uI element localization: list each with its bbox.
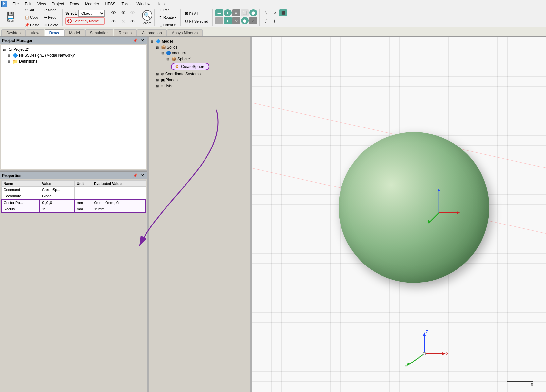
toolbar-filter-section: 👁 👁 👁 👁 ✕ 👁 bbox=[107, 9, 139, 26]
copy-button[interactable]: 📋 Copy bbox=[23, 14, 41, 21]
project-tree: ⊟ 🗂 Project2* ⊟ 🔷 HFSSDesign1 (Modal Net… bbox=[1, 45, 146, 169]
line4-button[interactable]: ∫ bbox=[262, 17, 270, 24]
planes-item[interactable]: ⊞ ▣ Planes bbox=[155, 77, 249, 83]
copy-icon: 📋 bbox=[25, 15, 29, 20]
line6-button[interactable]: ↑ bbox=[279, 17, 287, 24]
pin-icon[interactable]: 📌 bbox=[132, 38, 139, 43]
menu-project[interactable]: Project bbox=[49, 1, 67, 7]
shape2-button[interactable]: ● bbox=[224, 9, 232, 16]
close-properties-icon[interactable]: ✕ bbox=[140, 173, 145, 178]
shape3-button[interactable]: ≡ bbox=[232, 9, 240, 16]
shape7-button[interactable]: ● bbox=[224, 17, 232, 24]
menu-help[interactable]: Help bbox=[154, 1, 167, 7]
tab-model[interactable]: Model bbox=[64, 29, 85, 36]
paste-button[interactable]: 📌 Paste bbox=[23, 21, 41, 29]
lists-item[interactable]: ⊞ ≡ Lists bbox=[155, 83, 249, 89]
zoom-button[interactable]: 🔍 bbox=[142, 10, 152, 21]
menu-tools[interactable]: Tools bbox=[119, 1, 133, 7]
solids-item[interactable]: ⊟ 📦 Solids bbox=[155, 44, 249, 50]
undo-redo-delete-group: ↩ Undo ↪ Redo ✕ Delete bbox=[42, 6, 60, 29]
sphere1-item[interactable]: ⊟ 📦 Sphere1 bbox=[166, 56, 249, 62]
model-root[interactable]: ⊟ 🔷 Model bbox=[150, 38, 249, 44]
shape9-button[interactable]: ⬤ bbox=[241, 17, 249, 24]
table-row[interactable]: Command CreateSp... bbox=[1, 187, 146, 193]
fit-selected-icon: ⊟ bbox=[185, 19, 188, 23]
solids-children: ⊟ 🔵 vacuum ⊟ 📦 Sphere1 bbox=[155, 50, 249, 71]
create-sphere-item[interactable]: ⚙ CreateSphere bbox=[171, 63, 209, 70]
tree-definitions[interactable]: ⊞ 📁 Definitions bbox=[7, 58, 145, 64]
orient-icon: ⊞ bbox=[159, 23, 162, 27]
tab-ansys-minerva[interactable]: Ansys Minerva bbox=[167, 29, 203, 36]
menu-draw[interactable]: Draw bbox=[67, 1, 82, 7]
navigate-group: ✛ Pan ↻ Rotate ▾ ⊞ Orient ▾ bbox=[157, 6, 178, 29]
close-panel-icon[interactable]: ✕ bbox=[140, 38, 145, 43]
table-row-center-position[interactable]: Center Po... 0 ,0 ,0 mm 0mm , 0mm , 0mm bbox=[1, 199, 146, 206]
copy-label: Copy bbox=[30, 15, 39, 19]
tab-draw[interactable]: Draw bbox=[45, 29, 64, 36]
pin-properties-icon[interactable]: 📌 bbox=[132, 173, 139, 178]
tab-automation[interactable]: Automation bbox=[137, 29, 167, 36]
project-manager-title: Project Manager bbox=[2, 38, 32, 43]
delete-icon: ✕ bbox=[44, 23, 47, 27]
viewport[interactable]: Z X Y 0 bbox=[252, 37, 546, 392]
hfss-icon: 🔷 bbox=[12, 53, 18, 58]
expander-icon: ⊟ bbox=[156, 46, 160, 49]
shape4-button[interactable]: ⬜ bbox=[241, 9, 249, 16]
menu-hfss[interactable]: HFSS bbox=[103, 1, 118, 7]
menu-edit[interactable]: Edit bbox=[22, 1, 34, 7]
delete-button[interactable]: ✕ Delete bbox=[42, 21, 60, 29]
undo-icon: ↩ bbox=[44, 8, 47, 12]
row-unit bbox=[75, 193, 92, 200]
undo-button[interactable]: ↩ Undo bbox=[42, 6, 60, 13]
shape5-button[interactable]: ⬤ bbox=[249, 9, 257, 16]
scale-bar: 0 bbox=[507, 381, 533, 386]
col-evaluated: Evaluated Value bbox=[92, 181, 146, 187]
coord-label: Coordinate Systems bbox=[165, 72, 201, 76]
line2-button[interactable]: ↺ bbox=[271, 9, 279, 16]
table-row[interactable]: Coordinate... Global bbox=[1, 193, 146, 200]
row-evaluated: 15mm bbox=[92, 206, 146, 212]
tab-view[interactable]: View bbox=[26, 29, 44, 36]
fit-all-button[interactable]: ⊡ Fit All bbox=[183, 10, 210, 17]
tab-simulation[interactable]: Simulation bbox=[85, 29, 113, 36]
table-row-radius[interactable]: Radius 15 mm 15mm bbox=[1, 206, 146, 212]
save-button[interactable]: 💾 Save bbox=[3, 10, 18, 25]
tab-results[interactable]: Results bbox=[114, 29, 137, 36]
filter5-button[interactable]: ✕ bbox=[119, 18, 127, 25]
app-icon: H bbox=[1, 1, 7, 7]
line3-button[interactable]: ⬛ bbox=[279, 9, 287, 16]
menu-view[interactable]: View bbox=[35, 1, 49, 7]
tab-desktop[interactable]: Desktop bbox=[1, 29, 26, 36]
pan-button[interactable]: ✛ Pan bbox=[157, 6, 178, 13]
col-unit: Unit bbox=[75, 181, 92, 187]
line1-button[interactable]: ╲ bbox=[262, 9, 270, 16]
menu-file[interactable]: File bbox=[10, 1, 21, 7]
tree-hfss-design[interactable]: ⊟ 🔷 HFSSDesign1 (Modal Network)* bbox=[7, 52, 145, 58]
menu-modeler[interactable]: Modeler bbox=[82, 1, 102, 7]
vacuum-item[interactable]: ⊟ 🔵 vacuum bbox=[161, 50, 249, 56]
menu-window[interactable]: Window bbox=[134, 1, 153, 7]
tree-project-root[interactable]: ⊟ 🗂 Project2* bbox=[2, 47, 145, 52]
line5-button[interactable]: ∮ bbox=[271, 17, 279, 24]
redo-button[interactable]: ↪ Redo bbox=[42, 14, 60, 21]
coord-systems-item[interactable]: ⊞ ⊕ Coordinate Systems bbox=[155, 71, 249, 77]
row-name: Center Po... bbox=[1, 199, 40, 206]
filter3-button[interactable]: 👁 bbox=[128, 9, 137, 16]
toolbar-navigate-section: ✛ Pan ↻ Rotate ▾ ⊞ Orient ▾ bbox=[155, 9, 181, 26]
rotate-button[interactable]: ↻ Rotate ▾ bbox=[157, 14, 178, 21]
select-by-name-button[interactable]: S Select by Name bbox=[65, 17, 105, 25]
shape8-button[interactable]: ↻ bbox=[232, 17, 240, 24]
cut-button[interactable]: ✂ Cut bbox=[23, 6, 41, 13]
filter4-button[interactable]: 👁 bbox=[109, 18, 118, 25]
shape10-button[interactable]: ⌂ bbox=[249, 17, 257, 24]
shape1-button[interactable]: ▬ bbox=[215, 9, 223, 16]
select-dropdown[interactable]: Object bbox=[78, 10, 105, 17]
filter6-button[interactable]: 👁 bbox=[128, 18, 137, 25]
col-value: Value bbox=[40, 181, 74, 187]
shape6-button[interactable]: ⬡ bbox=[215, 17, 223, 24]
orient-button[interactable]: ⊞ Orient ▾ bbox=[157, 21, 178, 29]
expander-icon: ⊞ bbox=[156, 84, 160, 88]
fit-selected-button[interactable]: ⊟ Fit Selected bbox=[183, 18, 210, 25]
filter2-button[interactable]: 👁 bbox=[119, 9, 127, 16]
filter1-button[interactable]: 👁 bbox=[109, 9, 118, 16]
